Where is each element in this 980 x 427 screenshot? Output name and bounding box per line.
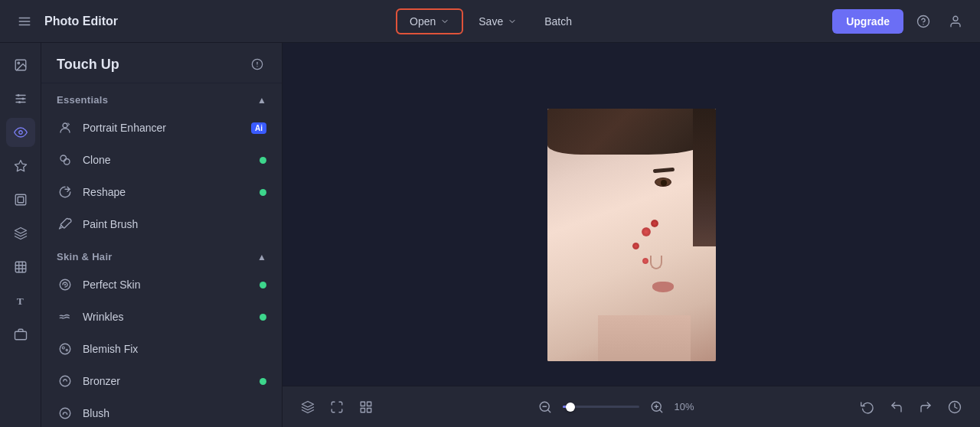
upgrade-button[interactable]: Upgrade bbox=[832, 9, 903, 34]
svg-point-14 bbox=[18, 131, 22, 135]
tool-panel-body: Essentials ▲ Portrait Enhancer Ai Clone bbox=[41, 83, 282, 427]
svg-rect-17 bbox=[18, 197, 24, 203]
blush-icon bbox=[57, 405, 74, 422]
layers-tool-button[interactable] bbox=[295, 394, 321, 420]
sidebar-icon-layers[interactable] bbox=[6, 219, 35, 248]
tool-item-blush[interactable]: Blush bbox=[41, 397, 282, 427]
sidebar-icon-adjustments[interactable] bbox=[6, 84, 35, 113]
sidebar-icon-text[interactable]: T bbox=[6, 286, 35, 315]
bottom-right-tools bbox=[854, 394, 968, 420]
svg-point-3 bbox=[918, 15, 929, 27]
svg-rect-44 bbox=[368, 408, 371, 412]
sidebar-icon-eye[interactable] bbox=[6, 118, 35, 147]
sidebar-icon-frame[interactable] bbox=[6, 185, 35, 214]
paint-brush-label: Paint Brush bbox=[83, 218, 250, 230]
blemish-fix-dot bbox=[260, 346, 266, 353]
perfect-skin-icon bbox=[57, 276, 74, 293]
bottom-toolbar: 10% bbox=[283, 386, 980, 427]
section-essentials-header[interactable]: Essentials ▲ bbox=[41, 83, 282, 112]
face-hair-top bbox=[547, 109, 716, 155]
sidebar-icon-effects[interactable] bbox=[6, 152, 35, 181]
topbar-right: Upgrade bbox=[832, 9, 968, 34]
wrinkles-icon bbox=[57, 308, 74, 325]
face-nose bbox=[650, 256, 662, 269]
zoom-out-button[interactable] bbox=[532, 394, 558, 420]
svg-point-31 bbox=[60, 155, 67, 161]
menu-icon[interactable] bbox=[12, 9, 37, 34]
svg-point-35 bbox=[64, 284, 66, 285]
clone-dot bbox=[260, 157, 266, 164]
batch-button[interactable]: Batch bbox=[532, 10, 584, 33]
section-skin-hair-header[interactable]: Skin & Hair ▲ bbox=[41, 240, 282, 269]
zoom-controls: 10% bbox=[532, 394, 702, 420]
bottom-left-tools bbox=[295, 394, 379, 420]
tool-item-perfect-skin[interactable]: Perfect Skin bbox=[41, 269, 282, 301]
clone-icon bbox=[57, 152, 74, 168]
profile-icon[interactable] bbox=[943, 9, 968, 34]
bronzer-dot bbox=[260, 378, 266, 385]
svg-marker-18 bbox=[15, 228, 26, 234]
svg-point-36 bbox=[60, 344, 70, 354]
svg-point-38 bbox=[66, 349, 67, 350]
sidebar-icon-gallery[interactable] bbox=[6, 51, 35, 80]
info-icon[interactable] bbox=[248, 55, 266, 73]
save-button[interactable]: Save bbox=[466, 10, 529, 33]
blush-label: Blush bbox=[83, 407, 250, 419]
undo-button[interactable] bbox=[884, 394, 910, 420]
svg-point-11 bbox=[17, 94, 19, 96]
paint-brush-icon bbox=[57, 216, 74, 233]
face-hair-right bbox=[693, 109, 716, 246]
zoom-in-button[interactable] bbox=[644, 394, 670, 420]
face-blemish4 bbox=[651, 220, 658, 227]
help-icon[interactable] bbox=[911, 9, 936, 34]
face-lips bbox=[652, 282, 674, 292]
svg-point-13 bbox=[18, 101, 21, 103]
svg-point-5 bbox=[953, 16, 958, 21]
svg-line-49 bbox=[659, 409, 662, 412]
svg-point-7 bbox=[18, 62, 19, 64]
section-skin-hair-label: Skin & Hair bbox=[57, 251, 113, 262]
svg-point-32 bbox=[64, 159, 70, 165]
portrait-enhancer-icon bbox=[57, 119, 74, 136]
history-button[interactable] bbox=[942, 394, 968, 420]
blush-dot bbox=[260, 410, 266, 417]
tool-item-portrait-enhancer[interactable]: Portrait Enhancer Ai bbox=[41, 112, 282, 144]
svg-text:T: T bbox=[16, 295, 23, 307]
svg-rect-42 bbox=[368, 402, 371, 406]
face-neck bbox=[598, 315, 691, 361]
svg-point-39 bbox=[60, 376, 70, 386]
svg-rect-16 bbox=[15, 194, 26, 205]
tool-item-clone[interactable]: Clone bbox=[41, 144, 282, 176]
reset-view-button[interactable] bbox=[854, 394, 880, 420]
sidebar-icon-texture[interactable] bbox=[6, 253, 35, 282]
blemish-fix-icon bbox=[57, 341, 74, 357]
tool-item-wrinkles[interactable]: Wrinkles bbox=[41, 301, 282, 333]
face-blemish3 bbox=[642, 258, 648, 264]
app-title: Photo Editor bbox=[44, 15, 118, 28]
grid-tool-button[interactable] bbox=[353, 394, 379, 420]
portrait-enhancer-label: Portrait Enhancer bbox=[83, 122, 242, 134]
canvas-image bbox=[547, 109, 716, 361]
face-blemish1 bbox=[642, 227, 651, 236]
face-eye bbox=[655, 178, 671, 187]
sidebar-icon-watermark[interactable] bbox=[6, 320, 35, 349]
portrait-enhancer-badge: Ai bbox=[251, 122, 266, 134]
bronzer-label: Bronzer bbox=[83, 375, 250, 387]
svg-rect-41 bbox=[361, 402, 364, 406]
tool-item-paint-brush[interactable]: Paint Brush bbox=[41, 208, 282, 240]
zoom-percent-label: 10% bbox=[675, 401, 702, 412]
open-button[interactable]: Open bbox=[396, 8, 463, 34]
redo-button[interactable] bbox=[913, 394, 939, 420]
section-essentials-chevron: ▲ bbox=[257, 95, 266, 106]
paint-brush-dot bbox=[260, 221, 266, 228]
zoom-slider-track[interactable] bbox=[563, 406, 639, 408]
canvas-image-container bbox=[547, 109, 716, 361]
tool-item-reshape[interactable]: Reshape bbox=[41, 176, 282, 208]
clone-label: Clone bbox=[83, 154, 250, 166]
face-blemish2 bbox=[632, 243, 639, 249]
perfect-skin-dot bbox=[260, 282, 266, 288]
expand-tool-button[interactable] bbox=[324, 394, 350, 420]
tool-item-bronzer[interactable]: Bronzer bbox=[41, 365, 282, 397]
tool-item-blemish-fix[interactable]: Blemish Fix bbox=[41, 333, 282, 365]
canvas-area: 10% bbox=[283, 43, 980, 427]
